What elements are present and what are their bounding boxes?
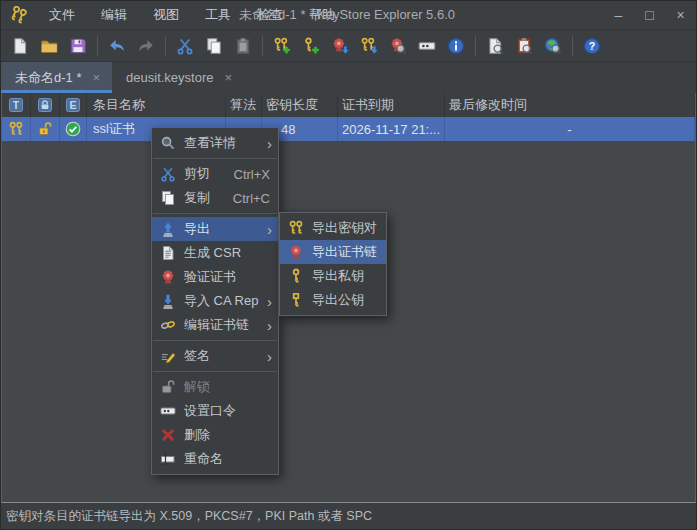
shortcut-label: Ctrl+X [234, 167, 270, 182]
undo-arrow-icon [108, 37, 126, 55]
paste-button[interactable] [231, 33, 255, 59]
cut-button[interactable] [173, 33, 197, 59]
examine-file-button[interactable] [483, 33, 507, 59]
status-text: 密钥对条目的证书链导出为 X.509，PKCS#7，PKI Path 或者 SP… [6, 508, 372, 525]
tab-close-icon[interactable]: × [223, 70, 235, 85]
rename-icon [160, 451, 176, 467]
column-algorithm[interactable]: 算法 [226, 93, 262, 117]
column-entry-type[interactable] [2, 93, 31, 117]
menu-item-rename[interactable]: 重命名 [152, 447, 278, 471]
sign-pen-icon [160, 348, 176, 364]
unlock-gray-icon [160, 379, 176, 395]
menu-view[interactable]: 视图 [140, 1, 192, 29]
toolbar-separator [262, 36, 263, 56]
column-expiry-status[interactable] [60, 93, 87, 117]
menu-item-edit-cert-chain[interactable]: 编辑证书链 › [152, 313, 278, 337]
new-file-icon [11, 37, 29, 55]
unlocked-padlock-icon [37, 121, 53, 137]
open-folder-icon [40, 37, 58, 55]
help-button[interactable] [580, 33, 604, 59]
save-floppy-icon [69, 37, 87, 55]
menu-item-set-password[interactable]: 设置口令 [152, 399, 278, 423]
import-trusted-cert-button[interactable] [328, 33, 352, 59]
file-magnifier-icon [486, 37, 504, 55]
table-header: 条目名称 算法 密钥长度 证书到期 最后修改时间 [2, 93, 695, 117]
menu-tools[interactable]: 工具 [192, 1, 244, 29]
menu-item-cut[interactable]: 剪切 Ctrl+X [152, 162, 278, 186]
set-password-button[interactable] [415, 33, 439, 59]
properties-button[interactable] [444, 33, 468, 59]
menu-item-export[interactable]: 导出 › [152, 217, 278, 241]
menu-separator [153, 213, 277, 214]
valid-check-icon [65, 121, 81, 137]
status-bar: 密钥对条目的证书链导出为 X.509，PKCS#7，PKI Path 或者 SP… [1, 503, 696, 529]
undo-button[interactable] [105, 33, 129, 59]
toolbar [1, 29, 696, 61]
menu-item-import-ca-reply[interactable]: 导入 CA Reply › [152, 289, 278, 313]
submenu-item-export-keypair[interactable]: 导出密钥对 [280, 216, 386, 240]
column-entry-name[interactable]: 条目名称 [87, 93, 226, 117]
menu-item-unlock[interactable]: 解锁 [152, 375, 278, 399]
entry-type-icon [8, 97, 24, 113]
title-bar: 文件 编辑 视图 工具 检查 帮助 未命名d-1 * - KeyStore Ex… [1, 1, 696, 29]
open-keystore-button[interactable] [37, 33, 61, 59]
menu-separator [153, 158, 277, 159]
generate-keypair-button[interactable] [270, 33, 294, 59]
menu-item-sign[interactable]: 签名 › [152, 344, 278, 368]
keypair-gold-icon [8, 121, 24, 137]
menu-item-verify-certificate[interactable]: 验证证书 [152, 265, 278, 289]
table-row-ssl-cert[interactable]: ssl证书 48 2026-11-17 21:... - [2, 117, 695, 141]
key-plus-icon [302, 37, 320, 55]
verify-certificate-button[interactable] [386, 33, 410, 59]
private-key-icon [288, 268, 304, 284]
app-keystore-icon [9, 6, 27, 24]
password-field-icon [418, 37, 436, 55]
menu-edit[interactable]: 编辑 [88, 1, 140, 29]
toolbar-separator [165, 36, 166, 56]
menu-separator [153, 340, 277, 341]
tab-close-icon[interactable]: × [90, 70, 102, 85]
close-button[interactable]: × [665, 1, 696, 29]
menu-item-generate-csr[interactable]: 生成 CSR [152, 241, 278, 265]
column-cert-expiry[interactable]: 证书到期 [338, 93, 445, 117]
examine-ssl-button[interactable] [541, 33, 565, 59]
copy-button[interactable] [202, 33, 226, 59]
menu-file[interactable]: 文件 [36, 1, 88, 29]
shortcut-label: Ctrl+C [233, 191, 270, 206]
toolbar-separator [572, 36, 573, 56]
minimize-button[interactable]: – [603, 1, 634, 29]
tab-deusit-keystore[interactable]: deusit.keystore × [112, 62, 244, 93]
toolbar-separator [475, 36, 476, 56]
magnifier-icon [160, 135, 176, 151]
cell-cert-expiry: 2026-11-17 21:... [338, 117, 445, 141]
submenu-item-export-public-key[interactable]: 导出公钥 [280, 288, 386, 312]
expiry-status-icon [65, 97, 81, 113]
import-arrow-icon [160, 293, 176, 309]
generate-secret-key-button[interactable] [299, 33, 323, 59]
tab-untitled-1[interactable]: 未命名d-1 * × [1, 62, 112, 93]
submenu-arrow-icon: › [267, 222, 272, 237]
menu-item-delete[interactable]: 删除 [152, 423, 278, 447]
copy-icon [205, 37, 223, 55]
menu-item-view-details[interactable]: 查看详情 › [152, 131, 278, 155]
column-last-modified[interactable]: 最后修改时间 [445, 93, 695, 117]
menu-item-copy[interactable]: 复制 Ctrl+C [152, 186, 278, 210]
window-controls: – □ × [603, 1, 696, 29]
import-keypair-button[interactable] [357, 33, 381, 59]
maximize-button[interactable]: □ [634, 1, 665, 29]
new-keystore-button[interactable] [8, 33, 32, 59]
submenu-item-export-cert-chain[interactable]: 导出证书链 [280, 240, 386, 264]
toolbar-separator [97, 36, 98, 56]
help-icon [583, 37, 601, 55]
submenu-arrow-icon: › [267, 294, 272, 309]
save-keystore-button[interactable] [66, 33, 90, 59]
export-submenu: 导出密钥对 导出证书链 导出私钥 导出公钥 [279, 212, 387, 316]
column-lock-status[interactable] [31, 93, 60, 117]
submenu-item-export-private-key[interactable]: 导出私钥 [280, 264, 386, 288]
seal-icon [288, 244, 304, 260]
examine-clipboard-button[interactable] [512, 33, 536, 59]
redo-button[interactable] [134, 33, 158, 59]
submenu-arrow-icon: › [267, 318, 272, 333]
column-key-size[interactable]: 密钥长度 [262, 93, 338, 117]
keypair-plus-icon [273, 37, 291, 55]
